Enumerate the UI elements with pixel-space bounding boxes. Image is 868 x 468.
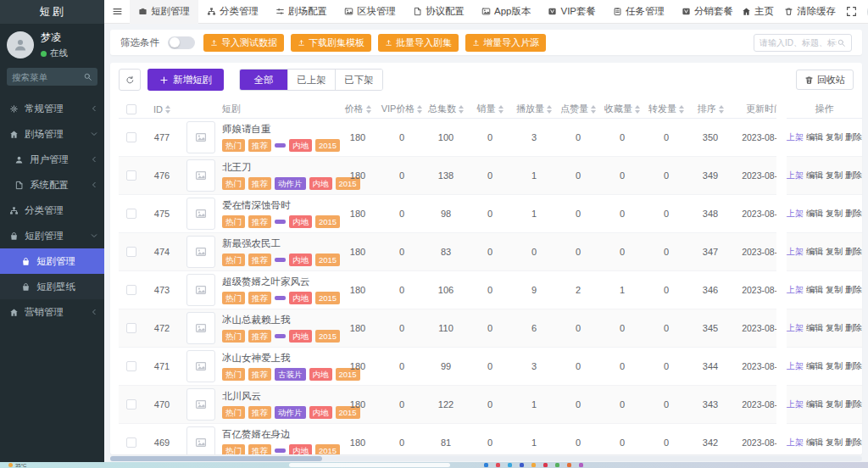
action-link[interactable]: 编辑 [806, 322, 823, 334]
poster-placeholder[interactable] [186, 388, 215, 421]
table-scroll-area[interactable]: ID短剧价格VIP价格总集数销量播放量点赞量收藏量转发量排序更新时间 477师娘… [119, 100, 776, 454]
sidebar-item[interactable]: 短剧壁纸 [0, 274, 104, 299]
sidebar-item[interactable]: 短剧管理 [0, 223, 104, 248]
select-all-checkbox[interactable] [126, 104, 136, 114]
action-link[interactable]: 删除 [845, 170, 862, 181]
sidebar-item[interactable]: 分类管理 [0, 198, 104, 223]
drama-title[interactable]: 超级赘婿之叶家风云 [222, 276, 310, 288]
row-checkbox[interactable] [126, 285, 136, 295]
action-link[interactable]: 上架 [787, 246, 804, 258]
sort-icon[interactable] [366, 105, 371, 114]
sort-icon[interactable] [679, 105, 684, 114]
column-header[interactable]: 销量 [468, 103, 512, 115]
sidebar-item[interactable]: 用户管理 [0, 147, 104, 172]
drama-title[interactable]: 冰山总裁赖上我 [222, 314, 291, 326]
action-link[interactable]: 上架 [787, 284, 804, 296]
import-button[interactable]: 批量导入剧集 [378, 34, 459, 52]
taskbar-app-icon[interactable] [579, 463, 583, 467]
search-icon[interactable] [837, 38, 846, 47]
top-nav-item[interactable]: App版本 [473, 0, 539, 24]
column-header[interactable]: 更新时间 [732, 103, 776, 115]
row-checkbox[interactable] [126, 247, 136, 257]
taskbar-weather[interactable]: 35°C [8, 462, 26, 468]
action-link[interactable]: 复制 [826, 437, 843, 448]
row-checkbox[interactable] [126, 323, 136, 333]
import-button[interactable]: 下载剧集模板 [291, 34, 371, 52]
table-row[interactable]: 477师娘请自重热门推荐内地20151800100030003502023-08… [119, 119, 776, 157]
table-row[interactable]: 469百亿赘婿在身边热门推荐内地2015180081010003422023-0… [119, 424, 776, 454]
sort-icon[interactable] [498, 105, 504, 114]
table-row[interactable]: 473超级赘婿之叶家风云热门推荐内地2015180010609210346202… [119, 271, 776, 309]
import-button[interactable]: 导入测试数据 [203, 34, 284, 52]
drama-title[interactable]: 北川风云 [222, 390, 261, 403]
column-header[interactable]: 收藏量 [600, 103, 644, 115]
top-nav-item[interactable]: 区块管理 [336, 0, 404, 24]
sidebar-item[interactable]: 常规管理 [0, 96, 104, 121]
column-header[interactable]: 排序 [688, 103, 732, 115]
expand-icon[interactable] [846, 6, 857, 17]
sort-icon[interactable] [719, 105, 724, 114]
import-button[interactable]: 增量导入片源 [465, 34, 546, 52]
action-link[interactable]: 复制 [826, 131, 843, 143]
action-link[interactable]: 编辑 [806, 131, 823, 143]
action-link[interactable]: 删除 [845, 322, 862, 334]
action-link[interactable]: 上架 [787, 398, 804, 410]
sort-icon[interactable] [635, 105, 640, 114]
action-link[interactable]: 删除 [845, 284, 862, 296]
top-nav-item[interactable]: VIP套餐 [539, 0, 604, 24]
action-link[interactable]: 上架 [787, 208, 804, 220]
table-search-input[interactable] [760, 38, 837, 47]
column-header[interactable]: 总集数 [424, 103, 468, 115]
table-row[interactable]: 471冰山女神爱上我热门推荐古装片内地201518009903000344202… [119, 348, 776, 386]
action-link[interactable]: 删除 [845, 437, 862, 448]
top-nav-item[interactable]: 协议配置 [404, 0, 473, 24]
search-icon[interactable] [83, 72, 92, 81]
action-link[interactable]: 复制 [826, 170, 843, 181]
drama-title[interactable]: 新最强农民工 [222, 237, 281, 250]
action-link[interactable]: 编辑 [806, 170, 823, 181]
drama-title[interactable]: 爱在情深蚀骨时 [222, 199, 291, 212]
recycle-bin-button[interactable]: 回收站 [796, 70, 854, 90]
sort-icon[interactable] [591, 105, 596, 114]
action-link[interactable]: 删除 [845, 246, 862, 258]
action-link[interactable]: 编辑 [806, 284, 823, 296]
poster-placeholder[interactable] [186, 312, 215, 344]
sidebar-search-input[interactable] [12, 72, 83, 82]
status-tab[interactable]: 全部 [240, 70, 287, 90]
home-link[interactable]: 主页 [742, 5, 774, 18]
column-header[interactable]: 短剧 [222, 103, 336, 115]
action-link[interactable]: 删除 [845, 131, 862, 143]
top-nav-item[interactable]: 分类管理 [198, 0, 267, 24]
action-link[interactable]: 复制 [826, 284, 843, 296]
action-link[interactable]: 删除 [845, 360, 862, 372]
horizontal-scrollbar[interactable] [110, 456, 862, 461]
sort-icon[interactable] [165, 105, 170, 114]
sidebar-avatar[interactable] [7, 31, 34, 58]
action-link[interactable]: 编辑 [806, 437, 823, 448]
scrollbar-thumb[interactable] [110, 456, 322, 461]
sort-icon[interactable] [547, 105, 552, 114]
action-link[interactable]: 删除 [845, 208, 862, 220]
clear-cache-link[interactable]: 清除缓存 [784, 5, 836, 18]
action-link[interactable]: 上架 [787, 131, 804, 143]
poster-placeholder[interactable] [186, 274, 215, 306]
action-link[interactable]: 编辑 [806, 246, 823, 258]
action-link[interactable]: 复制 [826, 208, 843, 220]
top-nav-item[interactable]: 短剧管理 [130, 0, 198, 24]
taskbar-search[interactable] [289, 463, 450, 467]
status-tab[interactable]: 已下架 [335, 70, 382, 90]
taskbar-app-icon[interactable] [555, 463, 559, 467]
row-checkbox[interactable] [126, 209, 136, 219]
action-link[interactable]: 上架 [787, 360, 804, 372]
poster-placeholder[interactable] [186, 198, 215, 230]
column-header[interactable]: ID [144, 104, 180, 114]
action-link[interactable]: 编辑 [806, 208, 823, 220]
sort-icon[interactable] [459, 105, 464, 114]
taskbar-app-icon[interactable] [496, 463, 500, 467]
column-header[interactable]: 点赞量 [556, 103, 600, 115]
top-nav-item[interactable]: 任务管理 [604, 0, 673, 24]
add-drama-button[interactable]: 新增短剧 [147, 69, 224, 91]
action-link[interactable]: 上架 [787, 170, 804, 181]
drama-title[interactable]: 师娘请自重 [222, 123, 271, 136]
taskbar-app-icon[interactable] [508, 463, 512, 467]
